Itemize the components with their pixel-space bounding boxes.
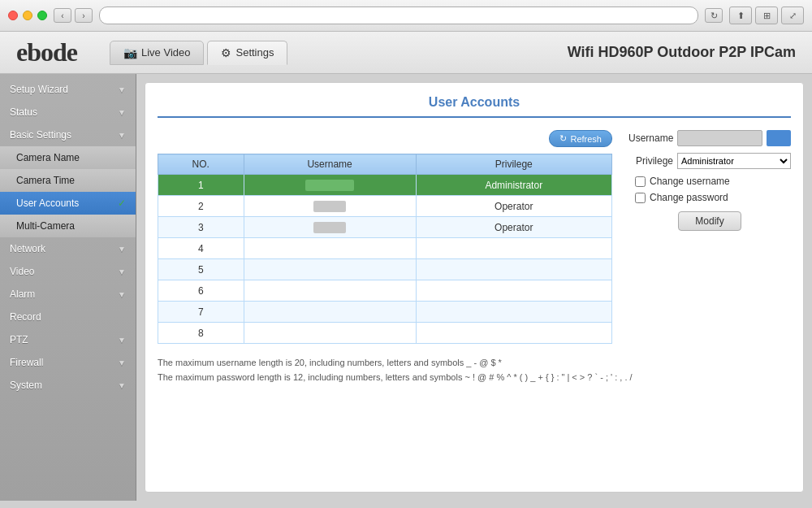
sidebar-item-system[interactable]: System ▼	[0, 374, 136, 397]
sidebar-item-label: Network	[10, 243, 45, 254]
refresh-label: Refresh	[570, 134, 602, 144]
cell-username: ••••	[244, 196, 416, 217]
user-table: NO. Username Privilege 1••••••••••Admini…	[158, 154, 612, 344]
footer-note: The maximum username length is 20, inclu…	[158, 356, 791, 384]
sidebar-item-label: Camera Time	[16, 175, 75, 186]
sidebar-item-label: Video	[10, 266, 34, 277]
username-row: Username	[628, 130, 791, 146]
cell-privilege	[416, 259, 611, 280]
col-no: NO.	[158, 154, 244, 175]
maximize-button[interactable]	[37, 11, 47, 20]
sidebar-item-camera-name[interactable]: Camera Name	[0, 146, 136, 169]
sidebar-item-basic-settings[interactable]: Basic Settings ▼	[0, 124, 136, 146]
sidebar-item-camera-time[interactable]: Camera Time	[0, 169, 136, 192]
sidebar-item-alarm[interactable]: Alarm ▼	[0, 283, 136, 306]
cell-no: 7	[158, 302, 244, 323]
app-header: ebode 📷 Live Video ⚙ Settings Wifi HD960…	[0, 32, 812, 74]
sidebar-item-label: Record	[10, 311, 41, 323]
table-row[interactable]: 4	[158, 238, 612, 259]
gear-icon: ⚙	[221, 46, 231, 59]
username-label: Username	[628, 132, 673, 144]
change-password-label[interactable]: Change password	[650, 192, 728, 203]
privilege-select[interactable]: Administrator Operator Visitor	[677, 153, 791, 169]
modify-button[interactable]: Modify	[678, 211, 741, 231]
sidebar-item-label: Alarm	[10, 289, 35, 300]
reload-button[interactable]: ↻	[705, 8, 723, 23]
chevron-down-icon: ▼	[118, 245, 126, 254]
tab-settings-label: Settings	[235, 46, 274, 59]
app-title: Wifi HD960P Outdoor P2P IPCam	[568, 44, 796, 61]
sidebar-item-record[interactable]: Record	[0, 306, 136, 328]
cell-privilege	[416, 238, 611, 259]
sidebar-item-status[interactable]: Status ▼	[0, 101, 136, 124]
cell-privilege	[416, 323, 611, 344]
chevron-down-icon: ▼	[118, 85, 126, 94]
table-row[interactable]: 8	[158, 323, 612, 344]
table-row[interactable]: 7	[158, 302, 612, 323]
cell-privilege	[416, 280, 611, 302]
table-row[interactable]: 2••••Operator	[158, 196, 612, 217]
logo: ebode	[16, 37, 77, 67]
cell-username	[244, 280, 416, 302]
content-row: ↻ Refresh NO. Username Privilege	[158, 130, 791, 344]
content-area: User Accounts ↻ Refresh NO.	[136, 74, 812, 501]
tab-settings[interactable]: ⚙ Settings	[207, 41, 287, 65]
cell-username: ••••	[244, 217, 416, 238]
cell-privilege: Administrator	[416, 175, 611, 196]
cell-no: 8	[158, 323, 244, 344]
chevron-down-icon: ▼	[118, 131, 126, 140]
sidebar-item-firewall[interactable]: Firewall ▼	[0, 351, 136, 374]
table-row[interactable]: 5	[158, 259, 612, 280]
privilege-row: Privilege Administrator Operator Visitor	[628, 153, 791, 169]
sidebar-item-label: Firewall	[10, 357, 43, 368]
table-row[interactable]: 1••••••••••Administrator	[158, 175, 612, 196]
cell-no: 3	[158, 217, 244, 238]
footer-line1: The maximum username length is 20, inclu…	[158, 356, 791, 371]
cell-username	[244, 259, 416, 280]
username-value-display	[677, 130, 762, 146]
window-button[interactable]: ⊞	[755, 7, 778, 24]
cell-no: 5	[158, 259, 244, 280]
tab-live-video-label: Live Video	[141, 46, 190, 59]
browser-chrome: ‹ › ↻ ⬆ ⊞ ⤢	[0, 0, 812, 32]
resize-button[interactable]: ⤢	[781, 7, 804, 24]
address-bar[interactable]	[99, 7, 698, 24]
cell-username	[244, 238, 416, 259]
tab-bar: 📷 Live Video ⚙ Settings	[110, 41, 287, 65]
cell-no: 1	[158, 175, 244, 196]
sidebar-item-setup-wizard[interactable]: Setup Wizard ▼	[0, 78, 136, 101]
col-privilege: Privilege	[416, 154, 611, 175]
change-username-checkbox[interactable]	[635, 176, 646, 187]
footer-line2: The maximum password length is 12, inclu…	[158, 371, 791, 385]
content-panel: User Accounts ↻ Refresh NO.	[145, 82, 804, 493]
sidebar-item-network[interactable]: Network ▼	[0, 237, 136, 260]
change-password-row: Change password	[635, 192, 791, 203]
table-row[interactable]: 3••••Operator	[158, 217, 612, 238]
sidebar-item-label: Status	[10, 106, 37, 118]
change-password-checkbox[interactable]	[635, 193, 646, 203]
traffic-lights	[8, 11, 47, 20]
refresh-button[interactable]: ↻ Refresh	[549, 130, 612, 147]
camera-icon: 📷	[123, 46, 137, 59]
sidebar-item-multi-camera[interactable]: Multi-Camera	[0, 215, 136, 237]
sidebar-item-video[interactable]: Video ▼	[0, 260, 136, 283]
sidebar-item-ptz[interactable]: PTZ ▼	[0, 328, 136, 351]
minimize-button[interactable]	[23, 11, 32, 20]
sidebar-item-label: User Accounts	[16, 198, 79, 209]
cell-no: 2	[158, 196, 244, 217]
tab-live-video[interactable]: 📷 Live Video	[110, 41, 204, 65]
refresh-bar: ↻ Refresh	[158, 130, 612, 147]
chevron-down-icon: ▼	[118, 381, 126, 390]
sidebar-item-label: Basic Settings	[10, 129, 71, 141]
change-username-label[interactable]: Change username	[650, 176, 730, 187]
sidebar: Setup Wizard ▼ Status ▼ Basic Settings ▼…	[0, 74, 136, 501]
forward-button[interactable]: ›	[75, 8, 93, 23]
sidebar-item-user-accounts[interactable]: User Accounts ✓	[0, 192, 136, 215]
privilege-label: Privilege	[628, 155, 673, 167]
close-button[interactable]	[8, 11, 18, 20]
share-button[interactable]: ⬆	[729, 7, 752, 24]
back-button[interactable]: ‹	[54, 8, 71, 23]
chevron-down-icon: ▼	[118, 290, 126, 299]
table-row[interactable]: 6	[158, 280, 612, 302]
chevron-down-icon: ▼	[118, 358, 126, 367]
